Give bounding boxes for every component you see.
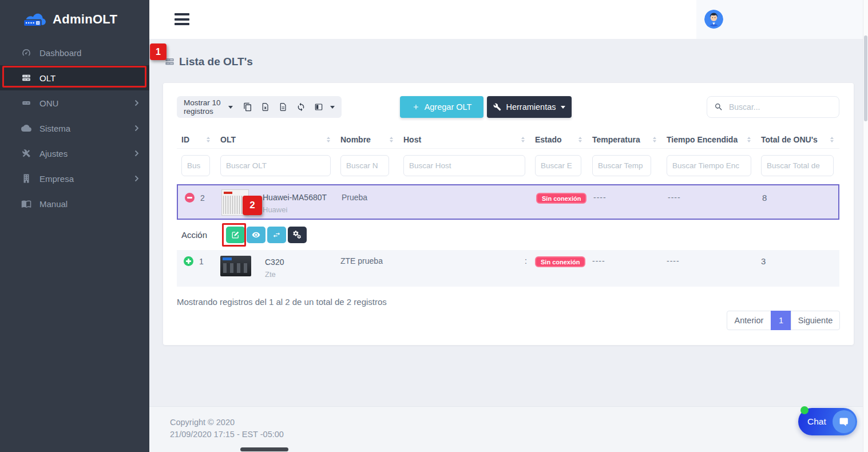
page-title-text: Lista de OLT's [179,55,253,68]
tools-label: Herramientas [506,102,556,112]
filter-nombre-input[interactable] [340,155,389,176]
column-header-id[interactable]: ID [177,130,216,148]
sort-icon [578,137,582,142]
gauge-icon [21,47,31,58]
online-status-dot [800,406,808,414]
status-badge: Sin conexión [535,256,585,267]
olt-list-card: Mostrar 10 registros [163,83,854,345]
horizontal-scrollbar-thumb[interactable] [240,447,288,451]
column-visibility-button[interactable] [314,102,335,112]
filter-id-input[interactable] [181,155,210,176]
global-search [707,96,839,118]
olt-model: Huawei-MA5680T [263,189,327,202]
export-buttons [243,102,335,112]
status-badge: Sin conexión [536,193,586,204]
hamburger-menu-icon[interactable] [175,13,189,26]
column-header-estado[interactable]: Estado [530,130,588,148]
filter-total-input[interactable] [761,155,834,176]
tools-dropdown-button[interactable]: Herramientas [487,96,572,118]
filter-host-input[interactable] [403,155,525,176]
table-row-zte[interactable]: 1 C320 Zte ZTE prueba : Sin conexión ---… [177,250,839,287]
tools-icon [21,148,31,158]
filter-olt-input[interactable] [220,155,331,176]
page-title: Lista de OLT's [164,55,253,68]
file-export-button[interactable] [279,102,288,112]
pagination-next[interactable]: Siguiente [791,311,840,330]
gears-icon [293,231,302,239]
pagination-previous[interactable]: Anterior [727,311,771,330]
column-header-nombre[interactable]: Nombre [336,130,399,148]
cell-tiempo: ---- [663,185,758,202]
sidebar-item-onu[interactable]: ONU [0,90,149,116]
copyright-text: Copyright © 2020 [170,418,235,427]
chat-label: Chat [807,417,826,427]
sidebar-item-manual[interactable]: Manual [0,191,149,216]
filter-tiempo-input[interactable] [667,155,751,176]
brand-name: AdminOLT [53,12,117,27]
sidebar-item-label: Manual [39,199,68,209]
cell-nombre: Prueba [337,185,400,202]
sort-icon [521,137,525,142]
sort-icon [747,137,751,142]
expand-row-icon[interactable] [184,256,193,266]
view-olt-button[interactable] [247,227,265,243]
cell-id: 2 [200,193,205,203]
pagination-page-1[interactable]: 1 [771,311,791,330]
cell-nombre: ZTE prueba [336,250,399,265]
zte-olt-image [220,256,251,276]
sort-icon [207,137,210,142]
copy-button[interactable] [243,102,252,112]
vertical-scrollbar-thumb[interactable] [864,35,867,121]
table-info: Mostrando registros del 1 al 2 de un tot… [177,297,387,307]
book-icon [21,199,31,209]
vertical-scrollbar [863,0,868,452]
search-input[interactable] [729,102,832,112]
table-header: ID OLT Nombre Host Estado Temperatura Ti… [177,130,839,149]
chevron-down-icon [228,106,233,109]
chevron-right-icon [134,150,139,157]
column-header-tiempo[interactable]: Tiempo Encendida [662,130,756,148]
sidebar-item-label: Sistema [39,124,70,133]
cell-temperatura: ---- [589,185,663,202]
brand[interactable]: AdminOLT [0,0,149,39]
column-header-temperatura[interactable]: Temperatura [588,130,662,148]
action-label: Acción [181,230,226,240]
column-header-olt[interactable]: OLT [216,130,336,148]
search-icon [714,102,723,112]
sort-icon [653,137,656,142]
olt-brand: Huawei [263,205,327,214]
pagination: Anterior 1 Siguiente [727,311,840,330]
sidebar-item-dashboard[interactable]: Dashboard [0,40,149,65]
transfer-olt-button[interactable] [267,227,286,243]
column-header-total-onus[interactable]: Total de ONU's [756,130,839,148]
sidebar-item-empresa[interactable]: Empresa [0,166,149,191]
filter-temperatura-input[interactable] [592,155,651,176]
sort-icon [390,137,393,142]
table-row-huawei[interactable]: 2 Huawei-MA5680T Huawei Prueba Sin conex… [177,184,839,220]
column-header-host[interactable]: Host [399,130,530,148]
page-length-dropdown[interactable]: Mostrar 10 registros [184,98,233,116]
cell-temperatura: ---- [588,250,662,265]
collapse-row-icon[interactable] [185,193,195,203]
user-avatar[interactable] [704,10,723,29]
sidebar-item-ajustes[interactable]: Ajustes [0,141,149,166]
cell-id: 1 [199,257,204,266]
olt-model: C320 [265,254,284,267]
chevron-right-icon [134,125,139,132]
columns-icon [314,102,323,112]
filter-estado-input[interactable] [535,155,581,176]
sort-icon [327,137,330,142]
annotation-outline-olt-menu [2,66,146,88]
configure-olt-button[interactable] [288,227,307,243]
sidebar-item-sistema[interactable]: Sistema [0,116,149,141]
refresh-button[interactable] [296,102,306,112]
add-olt-button[interactable]: Agregar OLT [400,96,483,118]
building-icon [21,173,31,184]
footer: Copyright © 2020 21/09/2020 17:15 - EST … [149,406,863,452]
table-toolbar: Mostrar 10 registros [177,96,342,118]
sidebar-item-label: Empresa [39,174,74,184]
filter-row [177,153,839,178]
action-row: Acción [177,222,839,247]
excel-export-button[interactable] [261,102,270,112]
cell-host [400,185,532,193]
